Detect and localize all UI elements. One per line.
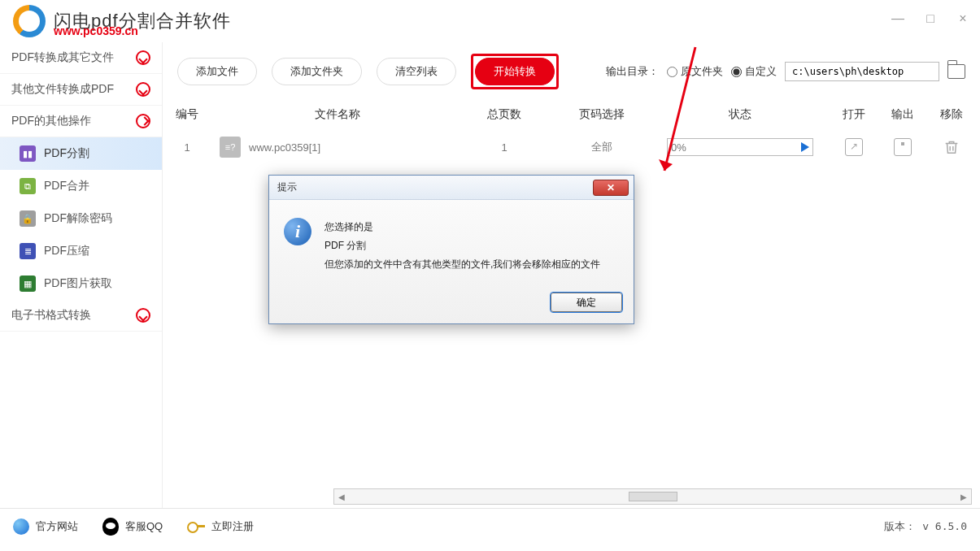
qq-icon (102, 518, 119, 536)
app-logo-icon (13, 5, 46, 37)
sidebar-item-pdf-compress[interactable]: ≣ PDF压缩 (0, 235, 162, 267)
cell-name: ≡? www.pc0359[1] (211, 137, 455, 158)
dialog-line2: PDF 分割 (324, 236, 600, 255)
title-bar: 闪电pdf分割合并软件 www.pc0359.cn — □ × (0, 0, 980, 42)
sidebar-item-label: PDF解除密码 (44, 211, 112, 226)
col-num: 编号 (163, 107, 211, 122)
file-icon: ≡? (220, 137, 241, 158)
open-file-icon[interactable] (845, 138, 863, 156)
output-path-input[interactable] (785, 62, 939, 81)
sidebar-cat-ebook[interactable]: 电子书格式转换 (0, 300, 162, 332)
expand-icon (136, 82, 150, 97)
h-scrollbar[interactable]: ◀ ▶ (333, 488, 972, 505)
start-convert-button[interactable]: 开始转换 (475, 58, 555, 85)
sidebar-cat-label: PDF的其他操作 (11, 114, 91, 128)
output-label: 输出目录： (606, 64, 659, 79)
output-group: 输出目录： 原文件夹 自定义 (606, 62, 965, 81)
sidebar-item-label: PDF合并 (44, 179, 89, 193)
add-folder-button[interactable]: 添加文件夹 (272, 58, 362, 85)
footer-register-label: 立即注册 (211, 519, 254, 534)
dialog-titlebar[interactable]: 提示 ✕ (269, 176, 634, 200)
watermark-text: www.pc0359.cn (54, 24, 138, 37)
footer-qq-label: 客服QQ (125, 519, 163, 534)
progress-text: 0% (671, 141, 686, 154)
lock-icon: 🔒 (20, 210, 36, 227)
window-controls: — □ × (889, 10, 972, 28)
close-button[interactable]: × (954, 10, 972, 28)
sidebar-item-pdf-unlock[interactable]: 🔒 PDF解除密码 (0, 202, 162, 235)
scroll-thumb[interactable] (629, 492, 677, 501)
footer-site-label: 官方网站 (36, 519, 78, 534)
file-name-text: www.pc0359[1] (249, 141, 320, 154)
collapse-icon (136, 114, 150, 128)
register-link[interactable]: 立即注册 (187, 519, 254, 534)
browse-folder-icon[interactable] (947, 64, 965, 79)
footer: 官方网站 客服QQ 立即注册 版本： v 6.5.0 (0, 508, 980, 544)
radio-source-folder[interactable]: 原文件夹 (667, 64, 723, 79)
merge-icon: ⧉ (20, 178, 36, 194)
compress-icon: ≣ (20, 243, 36, 259)
col-name: 文件名称 (211, 107, 455, 122)
col-del: 移除 (927, 107, 976, 122)
sidebar-cat-label: PDF转换成其它文件 (11, 50, 114, 65)
col-range: 页码选择 (553, 107, 651, 122)
sidebar-item-pdf-split[interactable]: ▮▮ PDF分割 (0, 137, 162, 170)
col-pages: 总页数 (455, 107, 553, 122)
sidebar-item-label: PDF图片获取 (44, 276, 112, 291)
sidebar-cat-pdf-to-other[interactable]: PDF转换成其它文件 (0, 42, 162, 74)
col-out: 输出 (878, 107, 927, 122)
split-icon: ▮▮ (20, 145, 36, 162)
key-icon (187, 522, 205, 531)
version-text: 版本： v 6.5.0 (884, 519, 967, 534)
delete-icon[interactable] (943, 138, 960, 156)
progress-bar: 0% (667, 138, 813, 156)
sidebar-cat-label: 电子书格式转换 (11, 308, 91, 323)
official-site-link[interactable]: 官方网站 (13, 518, 78, 535)
add-file-button[interactable]: 添加文件 (177, 58, 257, 85)
dialog-body: i 您选择的是 PDF 分割 但您添加的文件中含有其他类型的文件,我们将会移除相… (269, 200, 634, 284)
sidebar-item-label: PDF压缩 (44, 244, 89, 258)
image-icon: ▦ (20, 276, 36, 292)
dialog-ok-button[interactable]: 确定 (551, 293, 622, 312)
output-file-icon[interactable] (894, 138, 912, 156)
table-header: 编号 文件名称 总页数 页码选择 状态 打开 输出 移除 (163, 101, 980, 128)
radio-custom-folder[interactable]: 自定义 (731, 64, 777, 79)
sidebar-cat-label: 其他文件转换成PDF (11, 82, 114, 97)
sidebar: PDF转换成其它文件 其他文件转换成PDF PDF的其他操作 ▮▮ PDF分割 … (0, 42, 163, 508)
col-status: 状态 (651, 107, 830, 122)
dialog-footer: 确定 (269, 284, 634, 323)
sidebar-cat-other-to-pdf[interactable]: 其他文件转换成PDF (0, 74, 162, 106)
toolbar: 添加文件 添加文件夹 清空列表 开始转换 输出目录： 原文件夹 自定义 (163, 42, 980, 101)
dialog-message: 您选择的是 PDF 分割 但您添加的文件中含有其他类型的文件,我们将会移除相应的… (324, 218, 600, 273)
dialog-close-button[interactable]: ✕ (593, 180, 629, 196)
alert-dialog: 提示 ✕ i 您选择的是 PDF 分割 但您添加的文件中含有其他类型的文件,我们… (268, 175, 634, 324)
scroll-right-icon[interactable]: ▶ (958, 491, 969, 502)
sidebar-item-pdf-merge[interactable]: ⧉ PDF合并 (0, 170, 162, 202)
customer-qq-link[interactable]: 客服QQ (102, 518, 163, 536)
start-highlight-box: 开始转换 (471, 54, 559, 89)
sidebar-item-pdf-image-extract[interactable]: ▦ PDF图片获取 (0, 267, 162, 300)
info-icon: i (284, 218, 311, 245)
cell-pages: 1 (455, 141, 553, 154)
clear-list-button[interactable]: 清空列表 (377, 58, 456, 85)
sidebar-cat-pdf-other-ops[interactable]: PDF的其他操作 (0, 106, 162, 137)
expand-icon (136, 308, 150, 323)
dialog-line1: 您选择的是 (324, 218, 600, 236)
expand-icon (136, 50, 150, 65)
cell-num: 1 (163, 141, 211, 154)
table-row: 1 ≡? www.pc0359[1] 1 全部 0% (163, 128, 980, 166)
minimize-button[interactable]: — (889, 10, 907, 28)
maximize-button[interactable]: □ (921, 10, 939, 28)
sidebar-item-label: PDF分割 (44, 146, 89, 161)
col-open: 打开 (830, 107, 878, 122)
play-icon[interactable] (801, 142, 809, 152)
globe-icon (13, 518, 29, 535)
dialog-line3: 但您添加的文件中含有其他类型的文件,我们将会移除相应的文件 (324, 255, 600, 274)
dialog-title-text: 提示 (277, 180, 297, 194)
scroll-left-icon[interactable]: ◀ (336, 491, 347, 502)
cell-range[interactable]: 全部 (553, 140, 651, 154)
cell-status: 0% (651, 138, 830, 156)
